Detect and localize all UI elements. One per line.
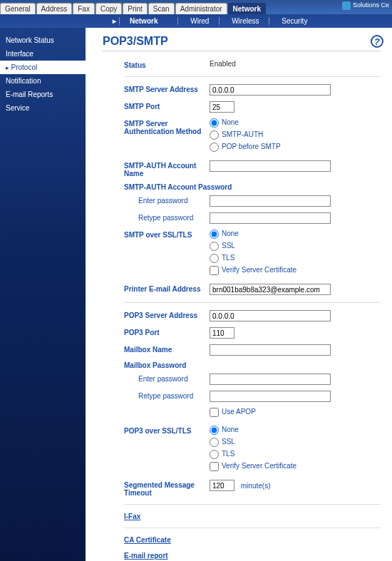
label-pop3-addr: POP3 Server Address [103, 310, 210, 319]
tab-copy[interactable]: Copy [96, 3, 122, 14]
label-smtp-acct: SMTP-AUTH Account Name [103, 160, 210, 177]
tab-scan[interactable]: Scan [148, 3, 175, 14]
check-pop3-verify-cert[interactable]: Verify Server Certificate [210, 462, 381, 471]
smtp-ssl-group: None SSL TLS Verify Server Certificate [210, 230, 381, 278]
sidebar-email-reports[interactable]: E-mail Reports [0, 88, 86, 101]
input-smtp-acct[interactable] [210, 160, 331, 172]
sidebar-service[interactable]: Service [0, 101, 86, 115]
pop3-ssl-group: None SSL TLS Verify Server Certificate [210, 426, 381, 474]
subnav-wired[interactable]: Wired [180, 17, 220, 25]
smtp-auth-group: None SMTP-AUTH POP before SMTP [210, 118, 381, 155]
main-content: ? POP3/SMTP Status Enabled SMTP Server A… [86, 28, 392, 561]
tab-fax[interactable]: Fax [73, 3, 95, 14]
input-printer-email[interactable] [210, 284, 331, 295]
input-seg-timeout[interactable] [210, 480, 234, 491]
input-pop3-addr[interactable] [210, 310, 331, 321]
sidebar: Network Status Interface Protocol Notifi… [0, 28, 86, 561]
radio-smtp-ssl-none[interactable]: None [210, 230, 381, 239]
separator [124, 504, 381, 505]
radio-auth-none[interactable]: None [210, 118, 381, 128]
tab-general[interactable]: General [0, 3, 36, 14]
solutions-center-link[interactable]: Solutions Ce [342, 1, 389, 10]
value-status: Enabled [210, 60, 381, 68]
input-smtp-pwd2[interactable] [210, 212, 331, 224]
separator [124, 527, 381, 528]
label-smtp-ssl: SMTP over SSL/TLS [103, 230, 210, 239]
radio-auth-smtp[interactable]: SMTP-AUTH [210, 130, 381, 140]
label-minutes: minute(s) [241, 482, 271, 490]
input-smtp-port[interactable] [210, 101, 234, 113]
label-mailbox-pwd-head: Mailbox Password [103, 361, 381, 369]
sidebar-network-status[interactable]: Network Status [0, 34, 86, 47]
page-title: POP3/SMTP [103, 35, 381, 51]
subnav-network[interactable]: ▸Network [93, 17, 178, 25]
separator [124, 76, 381, 77]
check-use-apop[interactable]: Use APOP [210, 408, 381, 417]
label-retype-pwd: Retype password [103, 212, 210, 222]
radio-pop3-ssl-tls[interactable]: TLS [210, 450, 381, 459]
input-pop3-port[interactable] [210, 327, 234, 339]
label-smtp-auth: SMTP Server Authentication Method [103, 118, 210, 135]
label-smtp-port: SMTP Port [103, 101, 210, 110]
tab-address[interactable]: Address [36, 3, 73, 14]
label-mbox-retype-pwd: Retype password [103, 391, 210, 400]
help-icon[interactable]: ? [371, 35, 383, 48]
tab-network[interactable]: Network [228, 3, 266, 14]
link-ifax[interactable]: I-Fax [124, 513, 140, 520]
sidebar-interface[interactable]: Interface [0, 47, 86, 61]
subnav-security[interactable]: Security [272, 17, 317, 25]
tab-print[interactable]: Print [123, 3, 148, 14]
label-smtp-pwd-head: SMTP-AUTH Account Password [103, 183, 381, 191]
label-mailbox-name: Mailbox Name [103, 344, 210, 354]
solutions-icon [342, 1, 351, 10]
radio-pop3-ssl-none[interactable]: None [210, 426, 381, 435]
label-printer-email: Printer E-mail Address [103, 284, 210, 293]
input-mailbox-name[interactable] [210, 344, 331, 356]
separator [124, 302, 381, 303]
label-mbox-enter-pwd: Enter password [103, 374, 210, 383]
link-email-report[interactable]: E-mail report [124, 552, 168, 560]
sidebar-protocol[interactable]: Protocol [0, 61, 86, 74]
radio-smtp-ssl-tls[interactable]: TLS [210, 254, 381, 263]
label-pop3-port: POP3 Port [103, 327, 210, 336]
tab-administrator[interactable]: Administrator [175, 3, 227, 14]
radio-smtp-ssl-ssl[interactable]: SSL [210, 242, 381, 251]
input-mbox-pwd2[interactable] [210, 391, 331, 402]
sidebar-notification[interactable]: Notification [0, 74, 86, 88]
label-seg-timeout: Segmented Message Timeout [103, 480, 210, 497]
check-smtp-verify-cert[interactable]: Verify Server Certificate [210, 266, 381, 275]
label-status: Status [103, 60, 210, 69]
input-smtp-pwd1[interactable] [210, 195, 331, 207]
label-enter-pwd: Enter password [103, 195, 210, 205]
input-mbox-pwd1[interactable] [210, 374, 331, 385]
radio-auth-pop[interactable]: POP before SMTP [210, 143, 381, 152]
label-smtp-addr: SMTP Server Address [103, 84, 210, 93]
input-smtp-addr[interactable] [210, 84, 331, 96]
radio-pop3-ssl-ssl[interactable]: SSL [210, 438, 381, 447]
label-pop3-ssl: POP3 over SSL/TLS [103, 426, 210, 435]
link-ca-cert[interactable]: CA Certificate [124, 536, 171, 544]
sub-nav: ▸Network Wired Wireless Security [0, 14, 392, 28]
subnav-wireless[interactable]: Wireless [222, 17, 269, 25]
top-tab-bar: General Address Fax Copy Print Scan Admi… [0, 0, 392, 14]
